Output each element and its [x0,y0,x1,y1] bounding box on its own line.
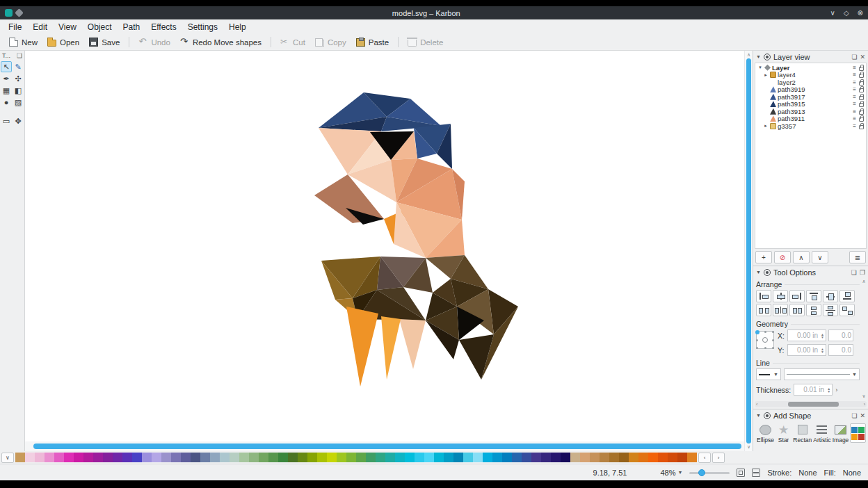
paste-button[interactable]: Paste [351,36,394,48]
tool-brush[interactable]: ● [1,97,12,108]
expander-icon[interactable]: ▸ [763,123,769,129]
lock-icon[interactable] [859,81,864,86]
palette-swatch[interactable] [346,453,356,462]
layer-item-layer4[interactable]: ▸layer4≡ [755,72,866,79]
distribute-left-button[interactable] [756,304,771,316]
zoom-slider[interactable] [689,469,730,477]
tool-pan[interactable]: ✥ [13,115,24,127]
palette-swatch[interactable] [152,453,161,462]
line-style-combo[interactable]: ▼ [784,368,860,380]
palette-swatch[interactable] [463,453,473,462]
layer-item-path3915[interactable]: path3915≡ [755,101,866,108]
distribute-center-h-button[interactable] [773,304,788,316]
palette-swatch[interactable] [415,453,424,462]
distribute-center-v-button[interactable] [823,304,838,316]
menu-effects[interactable]: Effects [145,21,182,33]
palette-swatch[interactable] [132,453,142,462]
properties-icon[interactable]: ≡ [853,94,856,100]
palette-swatch[interactable] [327,453,337,462]
palette-swatch[interactable] [45,453,54,462]
palette-swatch[interactable] [298,453,307,462]
lock-icon[interactable] [859,88,864,92]
lock-icon[interactable] [859,67,864,71]
properties-icon[interactable]: ≡ [853,115,856,122]
horizontal-scrollbar[interactable] [25,441,744,451]
palette-swatch[interactable] [570,453,580,462]
expander-icon[interactable]: ▾ [757,65,763,70]
palette-swatch[interactable] [113,453,122,462]
palette-swatch[interactable] [220,453,230,462]
thickness-field[interactable]: 0.01 in ▲▼ [794,384,833,396]
tool-shape-edit[interactable]: ✣ [13,73,24,84]
open-button[interactable]: Open [42,37,84,48]
width-field[interactable]: 0.0 [828,330,853,341]
distribute-top-button[interactable] [806,304,821,316]
fit-width-icon[interactable] [752,469,760,477]
spinner-arrows-icon[interactable]: ▲▼ [819,333,826,339]
scroll-down-icon[interactable]: ∨ [747,444,750,450]
layer-item-path3913[interactable]: path3913≡ [755,108,866,115]
palette-swatch[interactable] [268,453,278,462]
palette-swatch[interactable] [317,453,327,462]
palette-swatch[interactable] [376,453,385,462]
fit-page-icon[interactable] [737,469,745,477]
palette-swatch[interactable] [171,453,181,462]
dock-vertical-scrollbar[interactable]: ∧∨ [860,279,867,399]
tool-select[interactable]: ↖ [1,61,12,72]
height-field[interactable]: 0.0 [828,344,853,356]
palette-swatch[interactable] [629,453,638,462]
add-shape-rectangle[interactable]: Rectan [793,423,812,444]
palette-swatch[interactable] [492,453,502,462]
artwork-polygon[interactable] [381,316,401,380]
align-center-v-button[interactable] [823,290,838,302]
properties-icon[interactable]: ≡ [853,72,856,78]
align-left-button[interactable] [756,290,771,302]
lock-icon[interactable] [859,117,864,122]
shape-collections-button[interactable] [850,423,866,443]
palette-swatch[interactable] [337,453,346,462]
palette-menu-button[interactable]: ∨ [1,453,14,463]
palette-swatch[interactable] [590,453,600,462]
palette-swatch[interactable] [239,453,249,462]
add-shape-artistic-text[interactable]: Artistic [813,423,831,444]
palette-swatch[interactable] [658,453,668,462]
tool-pattern[interactable]: ▦ [1,85,12,96]
palette-swatch[interactable] [561,453,570,462]
distribute-right-button[interactable] [789,304,805,316]
float-dock-icon[interactable]: ❏ [851,412,857,419]
collapse-icon[interactable]: ▼ [756,413,761,418]
dock-scrollbar-thumb[interactable] [788,402,838,407]
properties-icon[interactable]: ≡ [853,86,856,92]
spinner-arrows-icon[interactable]: ▲▼ [819,348,826,353]
menu-help[interactable]: Help [223,21,252,33]
close-dock-icon[interactable]: ✕ [860,54,865,60]
palette-swatch[interactable] [483,453,492,462]
layer-item-path3919[interactable]: path3919≡ [755,86,866,94]
palette-swatch[interactable] [580,453,590,462]
palette-swatch[interactable] [551,453,561,462]
maximize-button[interactable]: ◇ [844,9,849,17]
redo-move-shapes-button[interactable]: Redo Move shapes [175,36,266,48]
collapse-icon[interactable]: ▼ [756,270,761,275]
palette-swatch[interactable] [385,453,395,462]
minimize-button[interactable]: ∨ [830,9,835,17]
palette-swatch[interactable] [522,453,531,462]
float-dock-icon[interactable]: ❏ [851,269,857,276]
palette-swatch[interactable] [259,453,268,462]
palette-swatch[interactable] [502,453,512,462]
delete-layer-button[interactable]: ⊘ [774,251,791,263]
palette-next-button[interactable]: › [712,453,725,463]
palette-swatch[interactable] [677,453,687,462]
palette-swatch[interactable] [161,453,171,462]
properties-icon[interactable]: ≡ [853,79,856,86]
palette-swatch[interactable] [453,453,463,462]
palette-swatch[interactable] [395,453,405,462]
anchor-center-circle[interactable] [762,337,768,343]
palette-swatch[interactable] [93,453,103,462]
dock-horizontal-scrollbar[interactable]: ‹ › [755,401,867,407]
tool-pencil[interactable]: ✎ [13,61,24,72]
palette-swatch[interactable] [619,453,629,462]
menu-file[interactable]: File [3,21,27,33]
lower-layer-button[interactable]: ∨ [812,251,828,263]
tool-swatch[interactable]: ▨ [13,97,24,108]
